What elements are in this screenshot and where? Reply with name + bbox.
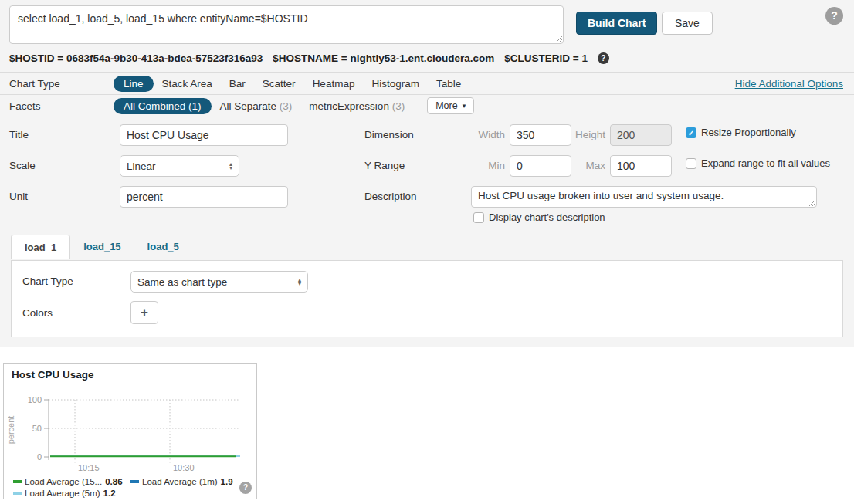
series-chart-type-select[interactable]: Same as chart type ▴ ▾	[130, 271, 308, 293]
description-wrap: Host CPU usage broken into user and syst…	[471, 186, 817, 208]
dimension-label: Dimension	[364, 127, 414, 143]
description-label: Description	[364, 189, 417, 205]
chart-preview-title: Host CPU Usage	[12, 369, 94, 381]
legend-value: 0.86	[105, 477, 122, 486]
tab-load-15[interactable]: load_15	[70, 235, 134, 259]
query-input-wrap: select load_1, load_5, load_15 where ent…	[9, 5, 564, 44]
facets-row-label: Facets	[9, 100, 114, 112]
chart-builder-panel: select load_1, load_5, load_15 where ent…	[0, 0, 854, 347]
facet-name: All Separate	[220, 100, 277, 112]
series-chart-type-label: Chart Type	[22, 274, 73, 289]
facets-option-all-combined[interactable]: All Combined (1)	[114, 98, 212, 114]
variables-help-icon[interactable]: ?	[598, 52, 609, 64]
legend-value: 1.9	[221, 477, 233, 486]
more-facets-button[interactable]: More ▾	[427, 97, 474, 114]
caret-down-icon: ▾	[298, 282, 301, 286]
more-label: More	[435, 100, 457, 111]
height-input	[610, 124, 672, 146]
expand-range-label: Expand range to fit all values	[701, 157, 830, 169]
facet-count: (3)	[392, 100, 405, 112]
facets-row: Facets All Combined (1) All Separate (3)…	[0, 95, 854, 117]
metric-tab-panel: Chart Type Same as chart type ▴ ▾ Colors…	[11, 260, 843, 337]
divider	[0, 117, 854, 117]
query-input[interactable]: select load_1, load_5, load_15 where ent…	[9, 5, 564, 44]
legend-swatch-blue-icon	[130, 480, 139, 483]
height-label: Height	[561, 127, 605, 143]
chart-type-option-bar[interactable]: Bar	[221, 76, 254, 92]
tab-load-5[interactable]: load_5	[134, 235, 192, 259]
chart-type-row: Chart Type Line Stack Area Bar Scatter H…	[0, 73, 854, 94]
legend-item-load-15m[interactable]: Load Average (15... 0.86	[13, 477, 130, 486]
max-input[interactable]	[610, 155, 672, 177]
tab-load-1[interactable]: load_1	[11, 235, 70, 259]
unit-label: Unit	[9, 189, 28, 205]
chart-help-icon[interactable]: ?	[239, 482, 252, 494]
hide-additional-options-link[interactable]: Hide Additional Options	[735, 78, 843, 90]
plus-icon: +	[141, 305, 148, 320]
variable-hostname: $HOSTNAME = nightly53-1.ent.cloudera.com	[273, 52, 494, 64]
caret-down-icon: ▾	[463, 103, 466, 110]
chart-type-option-heatmap[interactable]: Heatmap	[304, 76, 364, 92]
save-button[interactable]: Save	[662, 12, 713, 35]
variables-bar: $HOSTID = 0683f54a-9b30-413a-bdea-57523f…	[9, 49, 609, 67]
y-axis-tick-50: 50	[32, 424, 42, 433]
variable-hostid: $HOSTID = 0683f54a-9b30-413a-bdea-57523f…	[9, 52, 263, 64]
chart-type-option-scatter[interactable]: Scatter	[254, 76, 304, 92]
min-label: Min	[460, 158, 505, 174]
legend-label: Load Average (1m)	[142, 477, 218, 486]
chart-type-row-label: Chart Type	[9, 78, 114, 90]
checkbox-checked-icon[interactable]: ✓	[686, 127, 696, 138]
chart-preview-plot: 100 50 0 percent 10:15 10:30	[4, 384, 257, 475]
expand-range-checkbox[interactable]: Expand range to fit all values	[686, 157, 830, 169]
chart-type-option-table[interactable]: Table	[428, 76, 469, 92]
facets-option-all-separate[interactable]: All Separate (3)	[212, 98, 301, 114]
description-textarea[interactable]: Host CPU usage broken into user and syst…	[471, 186, 817, 208]
add-color-button[interactable]: +	[130, 301, 158, 324]
chart-type-option-histogram[interactable]: Histogram	[363, 76, 428, 92]
checkbox-unchecked-icon[interactable]	[473, 212, 484, 223]
max-label: Max	[561, 158, 605, 174]
facets-option-metricexpression[interactable]: metricExpression (3)	[300, 98, 413, 114]
select-caret-icon: ▴ ▾	[298, 278, 301, 286]
facet-name: metricExpression	[309, 100, 389, 112]
legend-item-load-5m[interactable]: Load Average (5m) 1.2	[13, 489, 116, 498]
display-description-label: Display chart's description	[489, 211, 605, 223]
legend-swatch-lightblue-icon	[13, 492, 22, 495]
display-description-checkbox[interactable]: Display chart's description	[473, 211, 605, 223]
caret-down-icon: ▾	[229, 166, 232, 170]
title-input[interactable]	[120, 124, 288, 146]
resize-proportionally-label: Resize Proportionally	[701, 127, 796, 138]
chart-type-option-stack-area[interactable]: Stack Area	[154, 76, 221, 92]
y-range-label: Y Range	[364, 158, 405, 174]
facet-count: (3)	[280, 100, 293, 112]
series-chart-type-value: Same as chart type	[137, 276, 227, 288]
metric-tabs: load_1 load_15 load_5	[11, 235, 192, 259]
legend-label: Load Average (15...	[25, 477, 102, 486]
build-chart-button[interactable]: Build Chart	[576, 12, 657, 35]
chart-legend: Load Average (15... 0.86 Load Average (1…	[13, 475, 252, 499]
chart-builder-page: select load_1, load_5, load_15 where ent…	[0, 0, 854, 504]
x-axis-tick-1030: 10:30	[173, 463, 195, 472]
y-axis-tick-0: 0	[37, 452, 42, 462]
y-axis-unit-label: percent	[6, 416, 15, 445]
resize-proportionally-checkbox[interactable]: ✓ Resize Proportionally	[686, 127, 796, 138]
variable-clusterid: $CLUSTERID = 1	[504, 52, 588, 64]
select-caret-icon: ▴ ▾	[229, 162, 232, 170]
legend-row: Load Average (15... 0.86 Load Average (1…	[13, 475, 252, 487]
legend-label: Load Average (5m)	[25, 489, 100, 498]
scale-select-value: Linear	[127, 161, 156, 172]
scale-select[interactable]: Linear ▴ ▾	[120, 155, 239, 177]
chart-type-option-line[interactable]: Line	[114, 76, 154, 92]
colors-label: Colors	[22, 306, 53, 321]
legend-item-load-1m[interactable]: Load Average (1m) 1.9	[130, 477, 233, 486]
scale-label: Scale	[9, 158, 36, 174]
title-label: Title	[9, 127, 29, 143]
legend-row: Load Average (5m) 1.2	[13, 487, 252, 499]
width-label: Width	[460, 127, 505, 143]
unit-input[interactable]	[120, 186, 288, 208]
checkbox-unchecked-icon[interactable]	[686, 158, 696, 169]
x-axis-tick-1015: 10:15	[78, 463, 100, 472]
help-icon[interactable]: ?	[825, 7, 843, 25]
legend-value: 1.2	[103, 489, 116, 498]
chart-preview-card[interactable]: Host CPU Usage 100 50 0 percent 10:15 1	[3, 363, 257, 499]
